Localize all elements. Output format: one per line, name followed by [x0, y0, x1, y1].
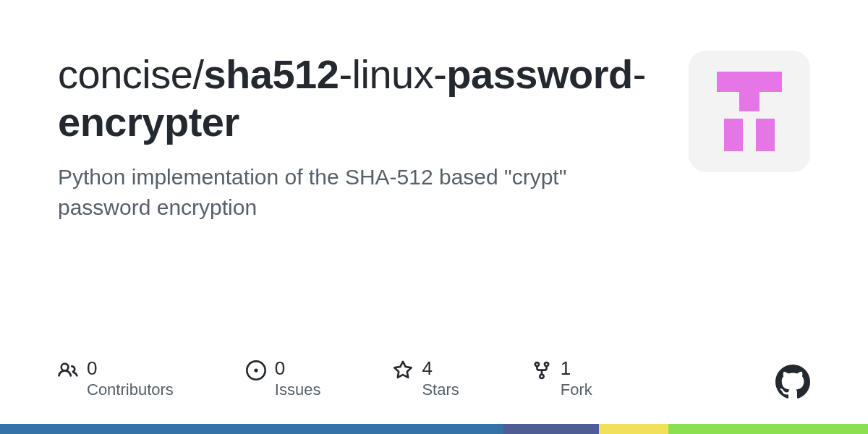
forks-count: 1	[561, 358, 592, 379]
stat-text: 4 Stars	[422, 358, 459, 399]
stat-stars[interactable]: 4 Stars	[393, 358, 459, 399]
repo-owner[interactable]: concise	[58, 51, 192, 97]
repo-name-part-2[interactable]: password	[446, 51, 632, 97]
forks-label: Fork	[561, 380, 592, 399]
repo-title: concise/sha512-linux-password-encrypter	[58, 51, 651, 146]
stat-text: 1 Fork	[561, 358, 592, 399]
title-slash: /	[192, 51, 203, 97]
stat-issues[interactable]: 0 Issues	[246, 358, 321, 399]
fork-icon	[532, 360, 552, 380]
repo-description: Python implementation of the SHA-512 bas…	[58, 162, 593, 223]
lang-segment	[668, 424, 868, 434]
repo-name-sep-2: -	[633, 51, 646, 97]
stat-contributors[interactable]: 0 Contributors	[58, 358, 174, 399]
stars-count: 4	[422, 358, 459, 379]
contributors-count: 0	[87, 358, 174, 379]
lang-segment	[0, 424, 503, 434]
stars-label: Stars	[422, 380, 459, 399]
contributors-icon	[58, 360, 78, 380]
svg-rect-1	[739, 72, 760, 111]
star-icon	[393, 360, 413, 380]
stat-text: 0 Issues	[275, 358, 321, 399]
repo-info: concise/sha512-linux-password-encrypter …	[58, 51, 651, 223]
repo-card: concise/sha512-linux-password-encrypter …	[0, 0, 868, 223]
stat-forks[interactable]: 1 Fork	[532, 358, 592, 399]
repo-name-part-1[interactable]: linux	[352, 51, 434, 97]
stats-row: 0 Contributors 0 Issues 4 Stars 1 Fork	[58, 358, 810, 399]
repo-name-sep-0: -	[339, 51, 352, 97]
language-bar	[0, 424, 868, 434]
github-logo-icon[interactable]	[775, 365, 810, 399]
svg-rect-3	[756, 119, 775, 151]
repo-avatar[interactable]	[689, 51, 810, 172]
lang-segment	[599, 424, 668, 434]
svg-rect-2	[724, 119, 743, 151]
repo-name-sep-1: -	[433, 51, 446, 97]
issues-label: Issues	[275, 380, 321, 399]
stat-text: 0 Contributors	[87, 358, 174, 399]
repo-name-part-3[interactable]: encrypter	[58, 99, 239, 145]
avatar-icon	[702, 64, 796, 158]
issues-count: 0	[275, 358, 321, 379]
lang-segment	[503, 424, 599, 434]
repo-name-part-0[interactable]: sha512	[203, 51, 339, 97]
contributors-label: Contributors	[87, 380, 174, 399]
issues-icon	[246, 360, 266, 380]
